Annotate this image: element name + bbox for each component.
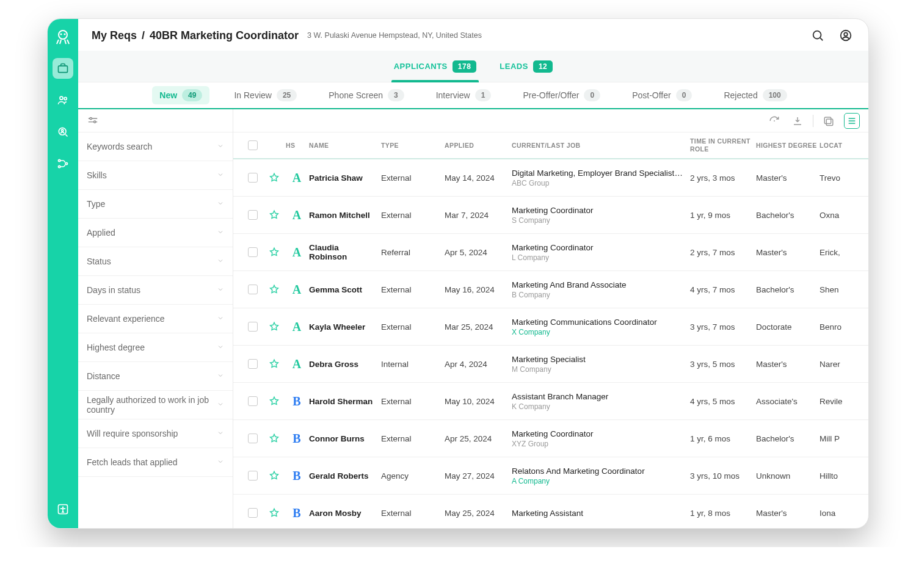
filter-keywords-search[interactable]: Keywords search <box>78 132 233 161</box>
applicant-type: Internal <box>381 360 445 369</box>
star-icon[interactable] <box>264 209 285 220</box>
row-checkbox[interactable] <box>248 285 258 294</box>
chevron-down-icon <box>217 371 224 381</box>
table-row[interactable]: APatricia ShawExternalMay 14, 2024Digita… <box>233 159 868 197</box>
filter-skills[interactable]: Skills <box>78 161 233 190</box>
filter-days-in-status[interactable]: Days in status <box>78 276 233 305</box>
page-title: 40BR Marketing Coordinator <box>150 29 299 42</box>
hs-grade: B <box>293 506 300 520</box>
filter-type[interactable]: Type <box>78 190 233 219</box>
table-row[interactable]: BGerald RobertsAgencyMay 27, 2024Relaton… <box>233 457 868 495</box>
row-checkbox[interactable] <box>248 247 258 257</box>
filter-relevant-experience[interactable]: Relevant experience <box>78 305 233 333</box>
row-checkbox[interactable] <box>248 173 258 183</box>
nav-rail <box>48 19 78 528</box>
star-icon[interactable] <box>264 358 285 369</box>
col-location[interactable]: LOCAT <box>820 142 856 149</box>
col-degree[interactable]: HIGHEST DEGREE <box>756 142 820 149</box>
table-row[interactable]: AKayla WheelerExternalMar 25, 2024Market… <box>233 308 868 346</box>
stage-tab-pre-offer-offer[interactable]: Pre-Offer/Offer0 <box>515 86 608 104</box>
table-row[interactable]: AClaudia RobinsonReferralApr 5, 2024Mark… <box>233 234 868 271</box>
star-icon[interactable] <box>264 507 285 518</box>
nav-accessibility[interactable] <box>53 499 73 520</box>
filter-label: Highest degree <box>87 343 145 352</box>
row-checkbox[interactable] <box>248 322 258 332</box>
col-time[interactable]: TIME IN CURRENT ROLE <box>690 137 756 153</box>
row-checkbox[interactable] <box>248 210 258 220</box>
col-type[interactable]: TYPE <box>381 142 445 149</box>
hs-grade: B <box>293 432 300 446</box>
row-checkbox[interactable] <box>248 508 258 518</box>
filter-applied[interactable]: Applied <box>78 219 233 247</box>
star-icon[interactable] <box>264 247 285 258</box>
filters-header[interactable] <box>78 109 233 132</box>
filter-label: Applied <box>87 228 115 238</box>
refresh-icon[interactable] <box>766 113 782 129</box>
stage-tab-post-offer[interactable]: Post-Offer0 <box>625 86 699 104</box>
current-job: Relatons And Marketing CoordinatorA Comp… <box>512 466 690 485</box>
cards-view-icon[interactable] <box>821 113 837 129</box>
search-icon[interactable] <box>809 26 827 45</box>
star-icon[interactable] <box>264 396 285 407</box>
col-name[interactable]: NAME <box>309 142 381 149</box>
stage-tab-in-review[interactable]: In Review25 <box>227 86 304 104</box>
profile-icon[interactable] <box>837 26 855 45</box>
table-row[interactable]: BHarold ShermanExternalMay 10, 2024Assis… <box>233 383 868 420</box>
filter-legally-authorized-to-work-in-job-country[interactable]: Legally authorized to work in job countr… <box>78 391 233 419</box>
filter-distance[interactable]: Distance <box>78 362 233 391</box>
current-job: Marketing CoordinatorS Company <box>512 206 690 225</box>
table-row[interactable]: BAaron MosbyExternalMay 25, 2024Marketin… <box>233 495 868 528</box>
highest-degree: Bachelor's <box>756 211 820 220</box>
col-job[interactable]: CURRENT/LAST JOB <box>512 142 690 149</box>
filter-will-require-sponsorship[interactable]: Will require sponsorship <box>78 419 233 448</box>
row-checkbox[interactable] <box>248 396 258 406</box>
applicant-name: Patricia Shaw <box>309 173 381 183</box>
row-checkbox[interactable] <box>248 471 258 481</box>
nav-people[interactable] <box>53 90 73 111</box>
row-checkbox[interactable] <box>248 434 258 443</box>
stage-tab-rejected[interactable]: Rejected100 <box>716 86 794 104</box>
stage-tab-count: 0 <box>584 89 600 101</box>
applicant-type: External <box>381 509 445 518</box>
highest-degree: Master's <box>756 509 820 518</box>
filter-fetch-leads-that-applied[interactable]: Fetch leads that applied <box>78 448 233 477</box>
stage-tab-phone-screen[interactable]: Phone Screen3 <box>321 86 411 104</box>
breadcrumb-root[interactable]: My Reqs <box>92 29 137 42</box>
nav-search[interactable] <box>53 122 73 142</box>
list-view-icon[interactable] <box>844 113 860 129</box>
tab-leads[interactable]: LEADS 12 <box>497 51 555 82</box>
nav-reqs[interactable] <box>53 58 73 79</box>
highest-degree: Unknown <box>756 471 820 481</box>
table-row[interactable]: ARamon MitchellExternalMar 7, 2024Market… <box>233 197 868 234</box>
stage-tab-label: Rejected <box>724 90 757 100</box>
svg-point-1 <box>60 34 62 35</box>
select-all-checkbox[interactable] <box>248 140 258 150</box>
stage-tab-interview[interactable]: Interview1 <box>429 86 499 104</box>
nav-pipeline[interactable] <box>53 153 73 174</box>
stage-tab-new[interactable]: New49 <box>152 86 209 104</box>
table-row[interactable]: BConnor BurnsExternalApr 25, 2024Marketi… <box>233 420 868 457</box>
applicant-name: Kayla Wheeler <box>309 322 381 332</box>
time-in-role: 3 yrs, 10 mos <box>690 471 756 481</box>
applied-date: Mar 25, 2024 <box>445 322 512 332</box>
table-row[interactable]: ADebra GrossInternalApr 4, 2024Marketing… <box>233 346 868 383</box>
svg-rect-22 <box>826 119 833 126</box>
highest-degree: Bachelor's <box>756 285 820 294</box>
table-row[interactable]: AGemma ScottExternalMay 16, 2024Marketin… <box>233 271 868 308</box>
svg-point-15 <box>844 32 848 36</box>
stage-tab-label: In Review <box>234 90 271 100</box>
col-applied[interactable]: APPLIED <box>445 142 512 149</box>
star-icon[interactable] <box>264 321 285 332</box>
star-icon[interactable] <box>264 433 285 444</box>
star-icon[interactable] <box>264 284 285 295</box>
filter-status[interactable]: Status <box>78 247 233 276</box>
svg-point-9 <box>59 165 60 167</box>
star-icon[interactable] <box>264 470 285 481</box>
row-checkbox[interactable] <box>248 359 258 369</box>
download-icon[interactable] <box>790 113 805 129</box>
tab-applicants[interactable]: APPLICANTS 178 <box>391 51 479 82</box>
filter-highest-degree[interactable]: Highest degree <box>78 333 233 362</box>
req-address: 3 W. Pulaski Avenue Hempstead, NY, Unite… <box>307 31 482 40</box>
col-hs[interactable]: HS <box>285 142 309 149</box>
star-icon[interactable] <box>264 172 285 183</box>
